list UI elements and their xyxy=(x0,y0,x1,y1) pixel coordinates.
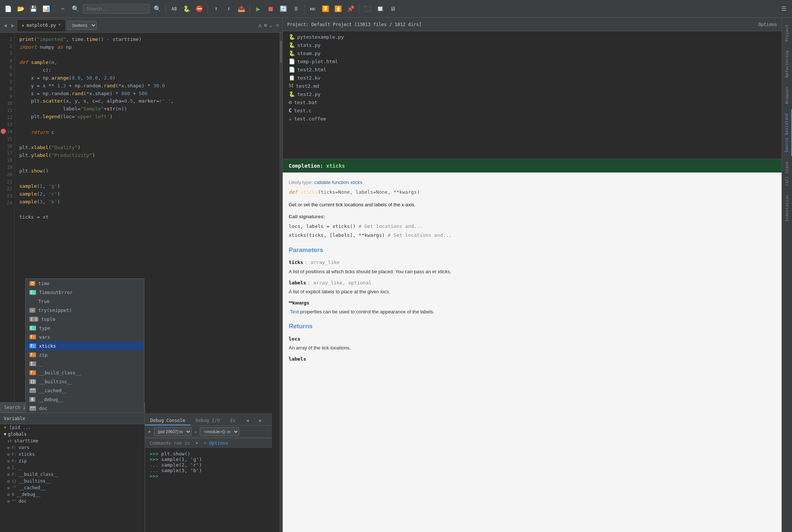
monitor-icon[interactable]: 🖥 xyxy=(388,4,398,14)
tab-next-btn[interactable]: ▶ xyxy=(9,21,16,30)
stop-run-icon[interactable]: ⏹ xyxy=(266,4,276,14)
sep5 xyxy=(304,4,305,13)
debug-module-select[interactable]: <module>(): m xyxy=(200,427,239,436)
py-icon-stats: 🐍 xyxy=(289,42,295,48)
ac-item-true[interactable]: True xyxy=(26,297,144,306)
ac-item-doc[interactable]: "" doc xyxy=(26,404,144,413)
tree-item-test-bat[interactable]: ⚙ test.bat xyxy=(283,98,782,106)
warning-icon: ⚠ xyxy=(258,22,262,29)
tree-item-test2-py[interactable]: 🐍 test2.py xyxy=(283,90,782,98)
tree-item-pytestexample[interactable]: 🐍 pytestexample.py xyxy=(283,33,782,41)
ac-item-vars[interactable]: F: vars xyxy=(26,332,144,341)
extend2-icon[interactable]: 🔲 xyxy=(375,4,385,14)
project-options-btn[interactable]: Options xyxy=(758,22,777,27)
tree-filename-test2html: test2.html xyxy=(297,67,326,72)
ac-item-build-class[interactable]: F: __build_class__ xyxy=(26,368,144,377)
ac-item-xticks[interactable]: F: xticks xyxy=(26,341,144,350)
tree-item-test-c[interactable]: C test.c xyxy=(283,106,782,115)
likely-type-link[interactable]: callable function xticks xyxy=(314,180,362,185)
ac-item-vars-label: vars xyxy=(39,334,50,340)
save-icon[interactable]: 💾 xyxy=(28,4,39,14)
debug-cont-3: ... xyxy=(150,462,158,468)
tree-item-test2-html[interactable]: 📄 test2.html xyxy=(283,65,782,74)
debug-more2-tab[interactable]: ▶ xyxy=(254,416,267,425)
step-into-icon[interactable]: ⏬ xyxy=(320,4,331,14)
vars-globals-section[interactable]: ▼ globals xyxy=(0,431,145,438)
open-folder-icon[interactable]: 📂 xyxy=(16,4,26,14)
ac-badge-f-vars: F: xyxy=(29,335,36,339)
tree-filename-testc: test.c xyxy=(294,108,311,113)
side-tab-project[interactable]: Project xyxy=(782,21,792,45)
ac-item-debug[interactable]: B __debug__ xyxy=(26,395,144,404)
ac-item-builtins[interactable]: {} __builtins__ xyxy=(26,377,144,386)
side-tab-source-assistant[interactable]: Source Assistant xyxy=(782,109,792,156)
step-over-icon[interactable]: ⏭ xyxy=(308,4,318,14)
autocomplete-dropdown: ⏱ time C: TimeoutError True ⋯ try(snippe… xyxy=(25,278,144,413)
options-link[interactable]: Options xyxy=(209,441,228,446)
py-icon-pytest: 🐍 xyxy=(289,34,295,40)
debug-io-tab[interactable]: Debug I/O xyxy=(190,416,225,425)
ac-item-zip[interactable]: F: zip xyxy=(26,350,144,359)
export-icon[interactable]: 📤 xyxy=(236,4,247,14)
vars-vars-label: vars xyxy=(19,445,29,450)
param-labels-name: labels xyxy=(289,280,306,286)
debug-pid-select[interactable]: [pid 29607] m xyxy=(154,427,192,436)
run-icon[interactable]: ▶ xyxy=(253,4,263,14)
ac-item-time[interactable]: ⏱ time xyxy=(26,279,144,288)
ac-item-underscore[interactable]: I. _ xyxy=(26,359,144,368)
menu-icon[interactable]: ☰ xyxy=(779,4,789,14)
stop-icon[interactable]: ⛔ xyxy=(194,4,205,14)
chart-icon[interactable]: 📊 xyxy=(41,4,51,14)
side-tab-indentation[interactable]: Indentation xyxy=(782,191,792,226)
extend-icon[interactable]: ⬛ xyxy=(362,4,373,14)
editor-scroll-thumb[interactable] xyxy=(280,41,282,63)
tree-item-test2-kv[interactable]: 📋 test2.kv xyxy=(283,74,782,82)
search-input[interactable] xyxy=(83,4,150,14)
ac-badge-f-bc: F: xyxy=(29,370,36,375)
vars-zip: ⊞ F: zip xyxy=(0,458,145,464)
ac-item-type[interactable]: C: type xyxy=(26,323,144,332)
down-tab-icon[interactable]: ⌄ xyxy=(269,22,272,28)
returns-title: Returns xyxy=(289,321,776,332)
cut-icon[interactable]: ✂ xyxy=(58,4,68,14)
debug-line-5: >>> xyxy=(150,473,267,479)
debug-more-tab[interactable]: ◀ xyxy=(241,416,254,425)
cmd-plus-icon[interactable]: + xyxy=(204,441,206,446)
tree-item-stats[interactable]: 🐍 stats.py xyxy=(283,41,782,49)
tree-item-test2-md[interactable]: M test2.md xyxy=(283,82,782,90)
side-tab-call-stack[interactable]: Call Stack xyxy=(782,158,792,190)
tree-item-test-coffee[interactable]: ☕ test.coffee xyxy=(283,115,782,123)
step-out-icon[interactable]: ⏫ xyxy=(333,4,343,14)
editor-tab[interactable]: ★ matplot6.py * xyxy=(17,19,66,31)
debug-console-tab[interactable]: Debug Console xyxy=(145,416,190,425)
tree-item-steam[interactable]: 🐍 steam.py xyxy=(283,49,782,57)
ac-item-tuple[interactable]: ( ) tuple xyxy=(26,315,144,323)
search-toolbar-icon[interactable]: 🔍 xyxy=(70,4,81,14)
text-link[interactable]: .Text xyxy=(289,309,299,315)
restart-icon[interactable]: 🔄 xyxy=(278,4,289,14)
gear-tab-icon[interactable]: ⚙ xyxy=(264,22,267,28)
side-tab-refactoring[interactable]: Refactoring xyxy=(782,47,792,81)
download-icon[interactable]: ⬇ xyxy=(224,4,234,14)
project-title: Project: Default Project [13013 files / … xyxy=(287,22,421,27)
ac-item-try[interactable]: ⋯ try(snippet) xyxy=(26,306,144,315)
python-icon[interactable]: 🐍 xyxy=(182,4,192,14)
editor-scrollbar[interactable] xyxy=(279,33,282,532)
debug-output[interactable]: >>> plt.show() >>> sample(1, 'g') ... sa… xyxy=(145,448,272,532)
debug-ex-tab[interactable]: Ex xyxy=(225,416,241,425)
pin-icon[interactable]: 📌 xyxy=(346,4,356,14)
find-icon[interactable]: 🔍 xyxy=(152,4,163,14)
side-tab-browser[interactable]: Browser xyxy=(782,83,792,107)
tab-prev-btn[interactable]: ◀ xyxy=(1,21,9,30)
tree-item-temp-plot[interactable]: 📄 temp-plot.html xyxy=(283,57,782,65)
ac-item-cached[interactable]: "" __cached__ xyxy=(26,386,144,395)
kwargs-label: **kwargs xyxy=(289,300,309,306)
new-file-icon[interactable]: 📄 xyxy=(3,4,13,14)
tab-close-btn[interactable]: ✕ xyxy=(274,21,281,29)
format-icon[interactable]: AB xyxy=(169,4,179,14)
vars-ca-icon: ⊞ "" xyxy=(7,486,16,490)
ac-item-timeouterror[interactable]: C: TimeoutError xyxy=(26,288,144,297)
position-dropdown[interactable]: (bottom) (top) (right) xyxy=(67,21,97,30)
pause-icon[interactable]: ⏸ xyxy=(291,4,301,14)
upload-icon[interactable]: ⬆ xyxy=(211,4,221,14)
